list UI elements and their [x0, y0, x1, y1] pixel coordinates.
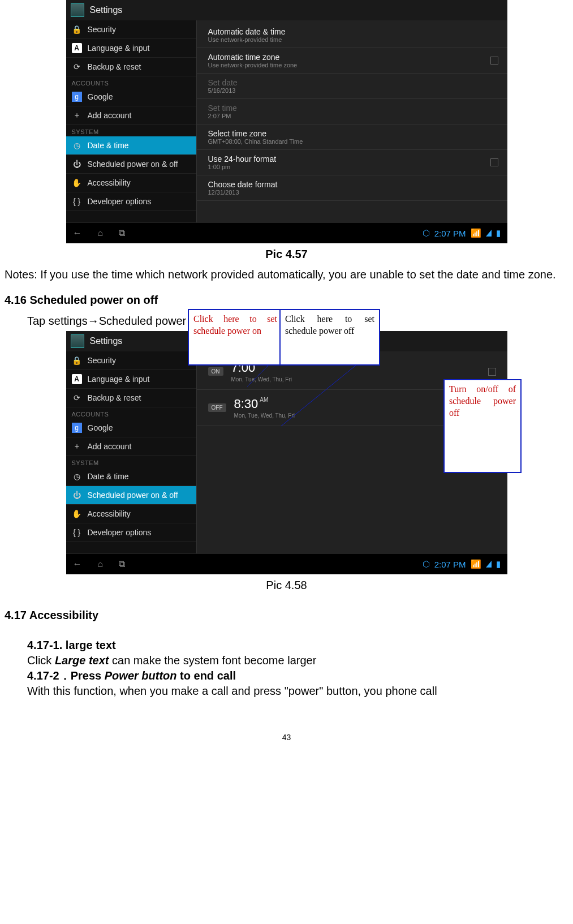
setting-select-time-zone[interactable]: Select time zone GMT+08:00, China Standa…	[197, 124, 507, 150]
backup-icon: ⟳	[72, 393, 82, 403]
recent-icon[interactable]: ⧉	[119, 559, 125, 569]
setting-subtitle: 12/31/2013	[208, 189, 496, 196]
sidebar-item-add-account[interactable]: ＋ Add account	[66, 106, 196, 125]
sidebar-item-accessibility[interactable]: ✋ Accessibility	[66, 505, 196, 523]
subsection-4172-body: With this function, when you make a call…	[27, 684, 562, 699]
checkbox[interactable]	[490, 57, 498, 65]
sidebar-header-system: SYSTEM	[66, 125, 196, 136]
google-icon: g	[72, 92, 82, 102]
sidebar-item-label: Developer options	[88, 197, 152, 206]
subsection-4171-body: Click Large text can make the system fon…	[27, 653, 562, 668]
home-icon[interactable]: ⌂	[98, 228, 104, 238]
sidebar-item-backup[interactable]: ⟳ Backup & reset	[66, 389, 196, 407]
sidebar-item-label: Add account	[88, 111, 132, 120]
battery-icon: ▮	[496, 559, 501, 569]
a-icon: A	[72, 374, 82, 384]
body-text-notes: Notes: If you use the time which network…	[0, 267, 573, 282]
sidebar-header-accounts: ACCOUNTS	[66, 76, 196, 88]
schedule-ampm: AM	[260, 397, 268, 403]
google-icon: g	[72, 423, 82, 433]
setting-auto-date-time[interactable]: Automatic date & time Use network-provid…	[197, 23, 507, 48]
sidebar-item-security[interactable]: 🔒 Security	[66, 351, 196, 370]
plus-icon: ＋	[72, 441, 82, 452]
setting-subtitle: 1:00 pm	[208, 164, 496, 170]
settings-icon	[71, 334, 84, 348]
sidebar-item-label: Language & input	[88, 44, 150, 53]
schedule-on-checkbox[interactable]	[488, 368, 496, 376]
wifi-icon: 📶	[471, 228, 481, 238]
callout-set-schedule-off: Click here to set schedule power off	[279, 309, 380, 366]
off-badge: OFF	[208, 403, 226, 412]
system-nav-bar: ← ⌂ ⧉ ⬡ 2:07 PM 📶 ▮	[66, 553, 507, 574]
section-heading-417: 4.17 Accessibility	[0, 598, 573, 629]
sidebar-item-label: Add account	[88, 442, 132, 451]
sidebar-item-label: Scheduled power on & off	[88, 160, 178, 169]
settings-sidebar: 🔒 Security A Language & input ⟳ Backup &…	[66, 20, 197, 224]
checkbox[interactable]	[490, 158, 498, 166]
backup-icon: ⟳	[72, 62, 82, 72]
setting-auto-time-zone[interactable]: Automatic time zone Use network-provided…	[197, 48, 507, 74]
clock-icon: ◷	[72, 140, 82, 151]
setting-title: Automatic date & time	[208, 27, 496, 36]
back-icon[interactable]: ←	[73, 559, 82, 569]
subsection-4171-head: 4.17-1. large text	[27, 638, 562, 653]
sidebar-item-label: Accessibility	[88, 178, 131, 187]
hand-icon: ✋	[72, 178, 82, 188]
clock-icon: ◷	[72, 471, 82, 482]
lock-icon: 🔒	[72, 24, 82, 35]
braces-icon: { }	[72, 527, 82, 538]
power-icon: ⏻	[72, 159, 82, 169]
sidebar-item-developer[interactable]: { } Developer options	[66, 523, 196, 542]
sidebar-item-accessibility[interactable]: ✋ Accessibility	[66, 174, 196, 192]
sidebar-item-label: Security	[88, 25, 117, 34]
battery-icon: ▮	[496, 228, 501, 238]
plus-icon: ＋	[72, 110, 82, 121]
sidebar-item-scheduled-power[interactable]: ⏻ Scheduled power on & off	[66, 155, 196, 174]
sidebar-item-label: Google	[88, 92, 113, 101]
settings-title: Settings	[90, 336, 123, 346]
sidebar-item-security[interactable]: 🔒 Security	[66, 20, 196, 39]
a-icon: A	[72, 43, 82, 53]
sidebar-item-label: Backup & reset	[88, 393, 141, 402]
hand-icon: ✋	[72, 509, 82, 519]
screenshot-pic-4-58: Settings 🔒 Security A Language & input	[66, 331, 507, 574]
sidebar-item-backup[interactable]: ⟳ Backup & reset	[66, 58, 196, 76]
recent-icon[interactable]: ⧉	[119, 228, 125, 238]
setting-date-format[interactable]: Choose date format 12/31/2013	[197, 175, 507, 201]
sidebar-item-label: Date & time	[88, 141, 129, 150]
usb-icon: ⬡	[423, 228, 430, 238]
setting-subtitle: GMT+08:00, China Standard Time	[208, 138, 496, 145]
sidebar-item-label: Security	[88, 356, 117, 365]
sidebar-item-label: Backup & reset	[88, 62, 141, 71]
sidebar-item-developer[interactable]: { } Developer options	[66, 192, 196, 211]
clock-text: 2:07 PM	[434, 229, 466, 238]
sidebar-item-add-account[interactable]: ＋ Add account	[66, 437, 196, 456]
screenshot-pic-4-57: Settings 🔒 Security A Language & input ⟳…	[66, 0, 507, 243]
setting-24hour-format[interactable]: Use 24-hour format 1:00 pm	[197, 150, 507, 175]
sidebar-item-date-time[interactable]: ◷ Date & time	[66, 136, 196, 155]
sidebar-item-label: Language & input	[88, 375, 150, 384]
sidebar-item-google[interactable]: g Google	[66, 419, 196, 437]
clock-text: 2:07 PM	[434, 560, 466, 569]
sidebar-item-scheduled-power[interactable]: ⏻ Scheduled power on & off	[66, 486, 196, 505]
schedule-days: Mon, Tue, Wed, Thu, Fri	[234, 412, 295, 419]
sidebar-item-language[interactable]: A Language & input	[66, 370, 196, 389]
sidebar-item-google[interactable]: g Google	[66, 88, 196, 106]
sidebar-item-date-time[interactable]: ◷ Date & time	[66, 467, 196, 486]
settings-header: Settings	[66, 0, 507, 20]
setting-title: Automatic time zone	[208, 53, 496, 62]
settings-sidebar: 🔒 Security A Language & input ⟳ Backup &…	[66, 351, 197, 555]
sidebar-item-language[interactable]: A Language & input	[66, 39, 196, 58]
setting-title: Select time zone	[208, 129, 496, 138]
callout-set-schedule-on: Click here to set schedule power on	[188, 309, 283, 366]
sidebar-item-label: Date & time	[88, 472, 129, 481]
back-icon[interactable]: ←	[73, 228, 82, 238]
home-icon[interactable]: ⌂	[98, 559, 104, 569]
usb-icon: ⬡	[423, 559, 430, 569]
signal-icon	[486, 561, 492, 568]
settings-title: Settings	[90, 5, 123, 15]
setting-subtitle: 5/16/2013	[208, 87, 496, 94]
sidebar-item-label: Scheduled power on & off	[88, 491, 178, 500]
figure-caption: Pic 4.58	[0, 579, 573, 592]
setting-title: Use 24-hour format	[208, 154, 496, 164]
